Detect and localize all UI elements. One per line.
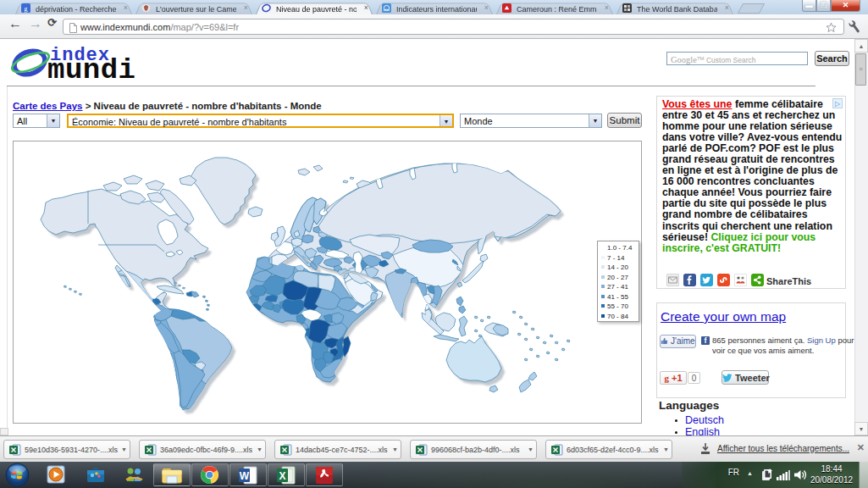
svg-text:g: g bbox=[24, 5, 27, 13]
svg-text:X: X bbox=[279, 470, 285, 482]
svg-text:W: W bbox=[240, 470, 250, 482]
